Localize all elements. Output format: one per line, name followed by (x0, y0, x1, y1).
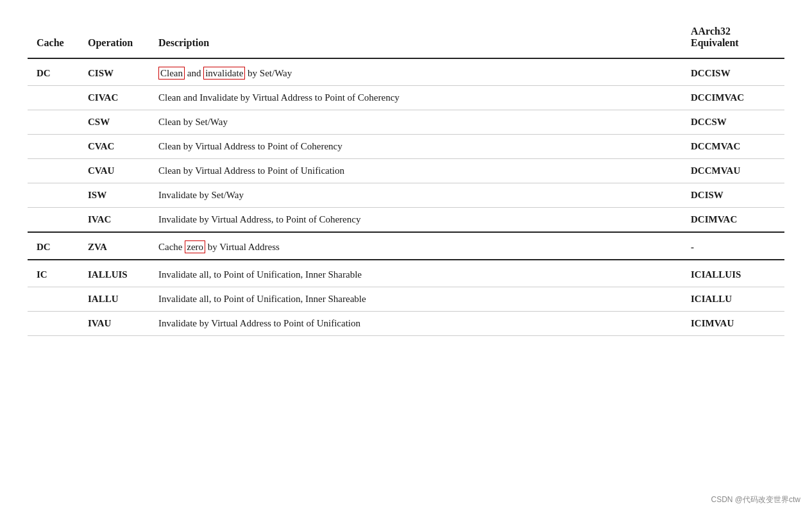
cache-operations-table: Cache Operation Description AArch32Equiv… (28, 19, 784, 336)
cell-operation: ISW (79, 183, 149, 208)
cell-description: Clean by Virtual Address to Point of Coh… (149, 135, 682, 159)
cell-operation: IALLUIS (79, 260, 149, 287)
cell-operation: IVAU (79, 312, 149, 336)
cell-aarch32: DCCMVAC (682, 135, 784, 159)
highlighted-text: Clean (158, 67, 185, 80)
cell-aarch32: DCCIMVAC (682, 86, 784, 110)
cell-cache: IC (28, 260, 79, 287)
cell-description: Invalidate all, to Point of Unification,… (149, 260, 682, 287)
table-row: IALLUInvalidate all, to Point of Unifica… (28, 287, 784, 312)
cell-operation: ZVA (79, 232, 149, 260)
table-row: ISWInvalidate by Set/WayDCISW (28, 183, 784, 208)
cell-cache (28, 135, 79, 159)
cell-operation: CVAC (79, 135, 149, 159)
cell-cache (28, 208, 79, 233)
cell-aarch32: DCCISW (682, 58, 784, 86)
main-container: Cache Operation Description AArch32Equiv… (28, 19, 784, 336)
cell-aarch32: DCCSW (682, 110, 784, 135)
cell-description: Invalidate by Virtual Address to Point o… (149, 312, 682, 336)
header-description: Description (149, 19, 682, 58)
table-row: CSWClean by Set/WayDCCSW (28, 110, 784, 135)
highlighted-text: zero (185, 240, 205, 253)
table-row: IVAUInvalidate by Virtual Address to Poi… (28, 312, 784, 336)
table-row: ICIALLUISInvalidate all, to Point of Uni… (28, 260, 784, 287)
cell-operation: CIVAC (79, 86, 149, 110)
cell-description: Clean and Invalidate by Virtual Address … (149, 86, 682, 110)
cell-operation: IVAC (79, 208, 149, 233)
cell-description: Invalidate by Set/Way (149, 183, 682, 208)
cell-description: Invalidate by Virtual Address, to Point … (149, 208, 682, 233)
table-row: DCZVACache zero by Virtual Address- (28, 232, 784, 260)
cell-operation: CVAU (79, 159, 149, 183)
cell-description: Clean and invalidate by Set/Way (149, 58, 682, 86)
table-row: DCCISWClean and invalidate by Set/WayDCC… (28, 58, 784, 86)
table-row: CVAUClean by Virtual Address to Point of… (28, 159, 784, 183)
cell-operation: CISW (79, 58, 149, 86)
table-row: CIVACClean and Invalidate by Virtual Add… (28, 86, 784, 110)
cell-cache (28, 110, 79, 135)
cell-cache (28, 287, 79, 312)
cell-description: Cache zero by Virtual Address (149, 232, 682, 260)
cell-cache: DC (28, 58, 79, 86)
header-aarch32: AArch32Equivalent (682, 19, 784, 58)
cell-aarch32: DCISW (682, 183, 784, 208)
watermark: CSDN @代码改变世界ctw (711, 494, 800, 505)
cell-aarch32: DCIMVAC (682, 208, 784, 233)
cell-cache (28, 183, 79, 208)
cell-operation: CSW (79, 110, 149, 135)
table-row: IVACInvalidate by Virtual Address, to Po… (28, 208, 784, 233)
cell-description: Invalidate all, to Point of Unification,… (149, 287, 682, 312)
highlighted-text: invalidate (203, 67, 245, 80)
cell-aarch32: ICIALLUIS (682, 260, 784, 287)
header-cache: Cache (28, 19, 79, 58)
cell-operation: IALLU (79, 287, 149, 312)
cell-aarch32: ICIALLU (682, 287, 784, 312)
cell-cache (28, 159, 79, 183)
cell-cache (28, 312, 79, 336)
cell-description: Clean by Set/Way (149, 110, 682, 135)
table-row: CVACClean by Virtual Address to Point of… (28, 135, 784, 159)
cell-aarch32: ICIMVAU (682, 312, 784, 336)
cell-aarch32: - (682, 232, 784, 260)
cell-cache (28, 86, 79, 110)
cell-aarch32: DCCMVAU (682, 159, 784, 183)
cell-cache: DC (28, 232, 79, 260)
header-operation: Operation (79, 19, 149, 58)
cell-description: Clean by Virtual Address to Point of Uni… (149, 159, 682, 183)
